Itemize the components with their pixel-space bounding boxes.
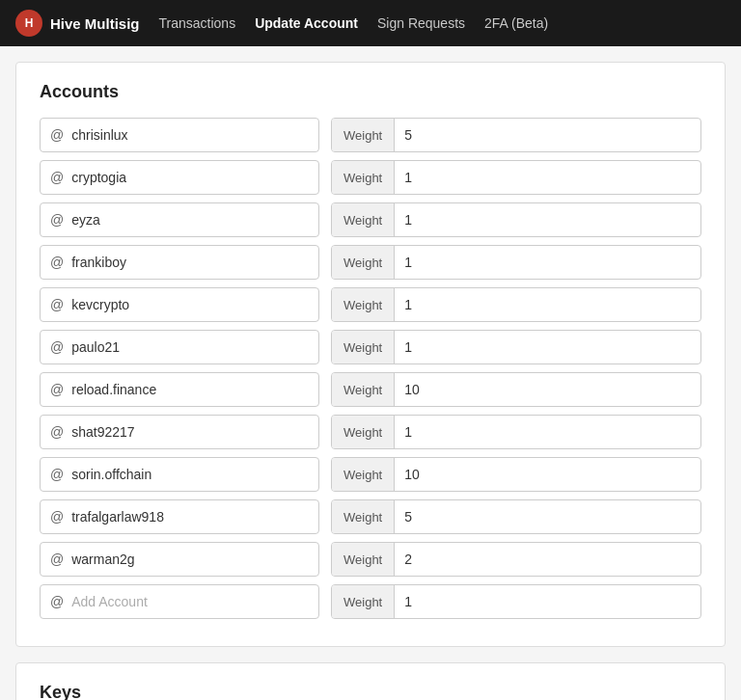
account-weight-input[interactable] <box>395 288 700 321</box>
account-input-wrapper: @ <box>40 457 319 492</box>
at-sign-icon: @ <box>50 382 64 397</box>
brand: H Hive Multisig <box>15 10 140 37</box>
accounts-title: Accounts <box>40 82 701 102</box>
add-account-input[interactable] <box>71 594 309 609</box>
account-weight-label: Weight <box>332 543 395 576</box>
account-weight-input[interactable] <box>395 161 700 194</box>
at-sign-icon: @ <box>50 552 64 567</box>
account-input-wrapper: @ <box>40 330 319 364</box>
nav-sign-requests[interactable]: Sign Requests <box>377 12 465 35</box>
at-sign-icon: @ <box>50 467 64 482</box>
account-row: @ Weight <box>40 372 701 407</box>
account-row: @ Weight <box>40 202 701 237</box>
at-sign-icon: @ <box>50 424 64 440</box>
account-name-input[interactable] <box>71 255 309 270</box>
account-weight-input[interactable] <box>395 246 700 279</box>
at-sign-icon: @ <box>50 170 64 185</box>
account-weight-input[interactable] <box>395 543 700 576</box>
account-row: @ Weight <box>40 499 701 534</box>
account-weight-input[interactable] <box>395 203 700 236</box>
account-weight-label: Weight <box>332 500 395 533</box>
account-name-input[interactable] <box>71 382 309 397</box>
account-weight-wrapper: Weight <box>331 330 701 364</box>
account-weight-label: Weight <box>332 331 395 363</box>
account-name-input[interactable] <box>71 339 309 355</box>
at-sign-icon: @ <box>50 127 64 143</box>
account-weight-input[interactable] <box>395 500 700 533</box>
account-weight-input[interactable] <box>395 458 700 491</box>
account-input-wrapper: @ <box>40 202 319 237</box>
account-input-wrapper: @ <box>40 287 319 322</box>
account-weight-wrapper: Weight <box>331 542 701 577</box>
account-weight-label: Weight <box>332 458 395 491</box>
account-weight-label: Weight <box>332 416 395 448</box>
account-row: @ Weight <box>40 287 701 322</box>
at-sign-icon: @ <box>50 212 64 228</box>
account-name-input[interactable] <box>71 552 309 567</box>
account-weight-wrapper: Weight <box>331 372 701 407</box>
account-weight-wrapper: Weight <box>331 202 701 237</box>
account-row: @ Weight <box>40 330 701 364</box>
account-name-input[interactable] <box>71 297 309 312</box>
add-account-row: @ Weight <box>40 584 701 619</box>
account-input-wrapper: @ <box>40 415 319 449</box>
account-weight-input[interactable] <box>395 416 700 448</box>
account-row: @ Weight <box>40 160 701 195</box>
accounts-list: @ Weight @ Weight @ Weight @ W <box>40 118 701 577</box>
nav-update-account[interactable]: Update Account <box>255 12 358 35</box>
account-row: @ Weight <box>40 542 701 577</box>
account-name-input[interactable] <box>71 467 309 482</box>
account-weight-label: Weight <box>332 288 395 321</box>
nav-transactions[interactable]: Transactions <box>159 12 236 35</box>
account-input-wrapper: @ <box>40 118 319 152</box>
at-sign-icon: @ <box>50 594 64 609</box>
navbar: H Hive Multisig Transactions Update Acco… <box>0 0 741 46</box>
accounts-section: Accounts @ Weight @ Weight @ Weight <box>15 62 726 647</box>
brand-name: Hive Multisig <box>50 15 140 32</box>
keys-title: Keys <box>40 683 701 700</box>
account-weight-label: Weight <box>332 246 395 279</box>
account-weight-wrapper: Weight <box>331 415 701 449</box>
account-weight-wrapper: Weight <box>331 499 701 534</box>
account-input-wrapper: @ <box>40 245 319 280</box>
add-account-weight-wrapper: Weight <box>331 584 701 619</box>
account-name-input[interactable] <box>71 509 309 525</box>
at-sign-icon: @ <box>50 339 64 355</box>
account-name-input[interactable] <box>71 424 309 440</box>
account-weight-input[interactable] <box>395 119 700 151</box>
account-name-input[interactable] <box>71 170 309 185</box>
account-input-wrapper: @ <box>40 542 319 577</box>
account-row: @ Weight <box>40 245 701 280</box>
account-weight-input[interactable] <box>395 373 700 406</box>
account-weight-wrapper: Weight <box>331 245 701 280</box>
account-weight-input[interactable] <box>395 331 700 363</box>
account-row: @ Weight <box>40 457 701 492</box>
add-account-weight-label: Weight <box>332 585 395 618</box>
account-row: @ Weight <box>40 415 701 449</box>
at-sign-icon: @ <box>50 509 64 525</box>
main-content: Accounts @ Weight @ Weight @ Weight <box>0 46 741 700</box>
account-weight-wrapper: Weight <box>331 287 701 322</box>
keys-section: Keys 🔒 Weight 🔒 Add Key Generate Weight <box>15 662 726 700</box>
add-account-weight-input[interactable] <box>395 585 700 618</box>
brand-icon: H <box>15 10 42 37</box>
account-name-input[interactable] <box>71 212 309 228</box>
nav-2fa[interactable]: 2FA (Beta) <box>484 12 548 35</box>
account-input-wrapper: @ <box>40 372 319 407</box>
account-weight-label: Weight <box>332 119 395 151</box>
account-weight-label: Weight <box>332 373 395 406</box>
account-input-wrapper: @ <box>40 160 319 195</box>
at-sign-icon: @ <box>50 255 64 270</box>
account-weight-wrapper: Weight <box>331 457 701 492</box>
account-row: @ Weight <box>40 118 701 152</box>
account-weight-wrapper: Weight <box>331 160 701 195</box>
at-sign-icon: @ <box>50 297 64 312</box>
account-weight-label: Weight <box>332 161 395 194</box>
account-weight-wrapper: Weight <box>331 118 701 152</box>
account-name-input[interactable] <box>71 127 309 143</box>
add-account-input-wrapper: @ <box>40 584 319 619</box>
account-input-wrapper: @ <box>40 499 319 534</box>
account-weight-label: Weight <box>332 203 395 236</box>
